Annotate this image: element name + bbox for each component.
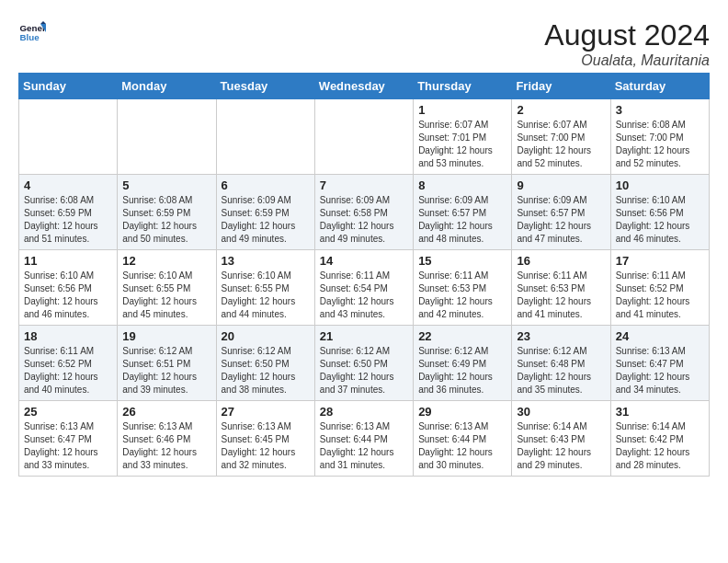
calendar-cell: 4Sunrise: 6:08 AM Sunset: 6:59 PM Daylig… [19,175,118,250]
day-number: 17 [616,254,704,268]
day-info: Sunrise: 6:09 AM Sunset: 6:59 PM Dayligh… [222,194,310,246]
calendar-week-1: 1Sunrise: 6:07 AM Sunset: 7:01 PM Daylig… [19,99,710,175]
month-year: August 2024 [544,18,710,52]
calendar-body: 1Sunrise: 6:07 AM Sunset: 7:01 PM Daylig… [19,99,710,477]
calendar-cell: 12Sunrise: 6:10 AM Sunset: 6:55 PM Dayli… [118,250,216,326]
day-info: Sunrise: 6:10 AM Sunset: 6:56 PM Dayligh… [616,194,704,246]
calendar-cell: 19Sunrise: 6:12 AM Sunset: 6:51 PM Dayli… [118,326,216,401]
weekday-header-friday: Friday [512,74,610,99]
day-number: 10 [616,178,704,192]
day-number: 13 [222,254,310,268]
day-number: 28 [320,405,408,419]
calendar-cell: 31Sunrise: 6:14 AM Sunset: 6:42 PM Dayli… [610,401,709,477]
day-info: Sunrise: 6:13 AM Sunset: 6:45 PM Dayligh… [222,420,310,472]
calendar-cell: 25Sunrise: 6:13 AM Sunset: 6:47 PM Dayli… [19,401,118,477]
calendar-cell: 16Sunrise: 6:11 AM Sunset: 6:53 PM Dayli… [512,250,610,326]
day-number: 27 [222,405,310,419]
weekday-header-sunday: Sunday [19,74,118,99]
day-number: 30 [517,405,605,419]
calendar-cell: 28Sunrise: 6:13 AM Sunset: 6:44 PM Dayli… [314,401,413,477]
day-info: Sunrise: 6:13 AM Sunset: 6:47 PM Dayligh… [616,345,704,396]
day-info: Sunrise: 6:07 AM Sunset: 7:00 PM Dayligh… [517,119,605,170]
calendar-cell: 3Sunrise: 6:08 AM Sunset: 7:00 PM Daylig… [610,99,709,175]
day-number: 3 [616,103,704,117]
day-info: Sunrise: 6:14 AM Sunset: 6:43 PM Dayligh… [517,420,605,472]
location: Oualata, Mauritania [544,52,710,69]
weekday-header-row: SundayMondayTuesdayWednesdayThursdayFrid… [19,74,710,99]
calendar-cell [19,99,118,175]
day-number: 15 [418,254,506,268]
day-info: Sunrise: 6:11 AM Sunset: 6:54 PM Dayligh… [320,270,408,321]
day-number: 21 [320,329,408,343]
weekday-header-tuesday: Tuesday [216,74,314,99]
day-number: 16 [517,254,605,268]
day-info: Sunrise: 6:12 AM Sunset: 6:50 PM Dayligh… [222,345,310,396]
day-info: Sunrise: 6:10 AM Sunset: 6:55 PM Dayligh… [122,270,210,321]
day-info: Sunrise: 6:13 AM Sunset: 6:47 PM Dayligh… [24,420,112,472]
day-info: Sunrise: 6:07 AM Sunset: 7:01 PM Dayligh… [418,119,506,170]
calendar-cell: 21Sunrise: 6:12 AM Sunset: 6:50 PM Dayli… [314,326,413,401]
logo: General Blue [18,18,46,46]
calendar-week-4: 18Sunrise: 6:11 AM Sunset: 6:52 PM Dayli… [19,326,710,401]
day-info: Sunrise: 6:08 AM Sunset: 7:00 PM Dayligh… [616,119,704,170]
day-number: 8 [418,178,506,192]
calendar-cell: 27Sunrise: 6:13 AM Sunset: 6:45 PM Dayli… [216,401,314,477]
day-info: Sunrise: 6:11 AM Sunset: 6:53 PM Dayligh… [418,270,506,321]
calendar-cell: 8Sunrise: 6:09 AM Sunset: 6:57 PM Daylig… [414,175,512,250]
day-number: 19 [122,329,210,343]
calendar-cell: 14Sunrise: 6:11 AM Sunset: 6:54 PM Dayli… [314,250,413,326]
day-number: 29 [418,405,506,419]
day-info: Sunrise: 6:09 AM Sunset: 6:57 PM Dayligh… [418,194,506,246]
day-number: 1 [418,103,506,117]
weekday-header-saturday: Saturday [610,74,709,99]
calendar-cell: 15Sunrise: 6:11 AM Sunset: 6:53 PM Dayli… [414,250,512,326]
calendar-cell: 9Sunrise: 6:09 AM Sunset: 6:57 PM Daylig… [512,175,610,250]
day-info: Sunrise: 6:12 AM Sunset: 6:50 PM Dayligh… [320,345,408,396]
calendar-week-2: 4Sunrise: 6:08 AM Sunset: 6:59 PM Daylig… [19,175,710,250]
weekday-header-thursday: Thursday [414,74,512,99]
calendar-cell: 29Sunrise: 6:13 AM Sunset: 6:44 PM Dayli… [414,401,512,477]
day-number: 4 [24,178,112,192]
day-info: Sunrise: 6:08 AM Sunset: 6:59 PM Dayligh… [122,194,210,246]
day-info: Sunrise: 6:09 AM Sunset: 6:58 PM Dayligh… [320,194,408,246]
calendar-cell: 10Sunrise: 6:10 AM Sunset: 6:56 PM Dayli… [610,175,709,250]
day-info: Sunrise: 6:13 AM Sunset: 6:44 PM Dayligh… [320,420,408,472]
day-number: 18 [24,329,112,343]
day-number: 25 [24,405,112,419]
day-number: 26 [122,405,210,419]
calendar-cell: 1Sunrise: 6:07 AM Sunset: 7:01 PM Daylig… [414,99,512,175]
calendar-cell: 26Sunrise: 6:13 AM Sunset: 6:46 PM Dayli… [118,401,216,477]
day-info: Sunrise: 6:10 AM Sunset: 6:56 PM Dayligh… [24,270,112,321]
day-number: 5 [122,178,210,192]
day-number: 6 [222,178,310,192]
calendar-cell: 22Sunrise: 6:12 AM Sunset: 6:49 PM Dayli… [414,326,512,401]
day-number: 22 [418,329,506,343]
calendar-cell [118,99,216,175]
day-number: 14 [320,254,408,268]
calendar-cell: 11Sunrise: 6:10 AM Sunset: 6:56 PM Dayli… [19,250,118,326]
day-info: Sunrise: 6:12 AM Sunset: 6:51 PM Dayligh… [122,345,210,396]
logo-icon: General Blue [18,18,46,46]
calendar-cell [314,99,413,175]
calendar-cell: 23Sunrise: 6:12 AM Sunset: 6:48 PM Dayli… [512,326,610,401]
day-info: Sunrise: 6:10 AM Sunset: 6:55 PM Dayligh… [222,270,310,321]
calendar-cell: 5Sunrise: 6:08 AM Sunset: 6:59 PM Daylig… [118,175,216,250]
day-number: 23 [517,329,605,343]
day-info: Sunrise: 6:12 AM Sunset: 6:49 PM Dayligh… [418,345,506,396]
calendar-week-5: 25Sunrise: 6:13 AM Sunset: 6:47 PM Dayli… [19,401,710,477]
title-block: August 2024 Oualata, Mauritania [544,18,710,69]
weekday-header-wednesday: Wednesday [314,74,413,99]
calendar-cell: 30Sunrise: 6:14 AM Sunset: 6:43 PM Dayli… [512,401,610,477]
day-number: 31 [616,405,704,419]
day-info: Sunrise: 6:08 AM Sunset: 6:59 PM Dayligh… [24,194,112,246]
day-info: Sunrise: 6:11 AM Sunset: 6:52 PM Dayligh… [24,345,112,396]
day-number: 24 [616,329,704,343]
calendar-week-3: 11Sunrise: 6:10 AM Sunset: 6:56 PM Dayli… [19,250,710,326]
day-info: Sunrise: 6:13 AM Sunset: 6:46 PM Dayligh… [122,420,210,472]
calendar-cell: 13Sunrise: 6:10 AM Sunset: 6:55 PM Dayli… [216,250,314,326]
calendar-cell: 18Sunrise: 6:11 AM Sunset: 6:52 PM Dayli… [19,326,118,401]
calendar-cell: 20Sunrise: 6:12 AM Sunset: 6:50 PM Dayli… [216,326,314,401]
day-info: Sunrise: 6:11 AM Sunset: 6:52 PM Dayligh… [616,270,704,321]
day-info: Sunrise: 6:14 AM Sunset: 6:42 PM Dayligh… [616,420,704,472]
day-number: 12 [122,254,210,268]
